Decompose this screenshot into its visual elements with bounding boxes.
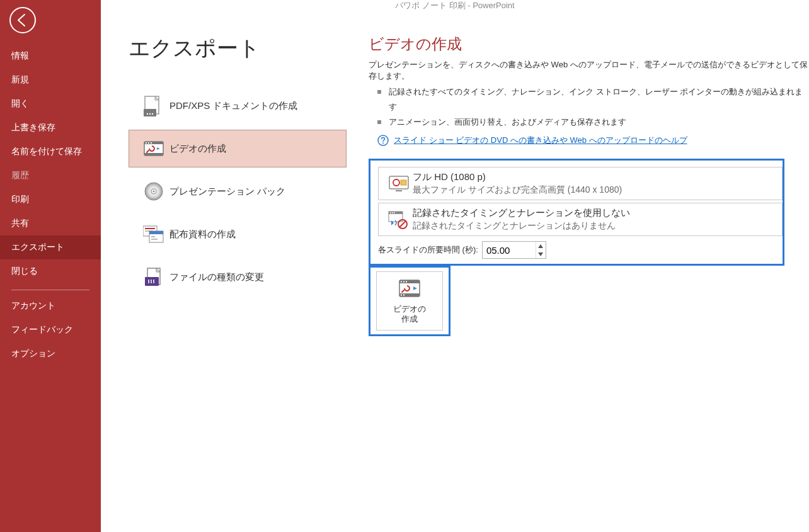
video-settings-highlight: フル HD (1080 p) 最大ファイル サイズおよび完全高画質 (1440 … [369,159,784,266]
svg-rect-8 [144,153,163,156]
svg-point-0 [10,8,35,33]
window-title: パワポ ノート 印刷 - PowerPoint [101,0,809,11]
sidebar-item-feedback[interactable]: フィードバック [0,318,101,342]
export-option-handouts[interactable]: 配布資料の作成 [129,215,347,253]
backstage-sidebar: 情報 新規 開く 上書き保存 名前を付けて保存 履歴 印刷 共有 エクスポート … [0,0,101,532]
monitor-icon [385,175,413,193]
sidebar-item-options[interactable]: オプション [0,342,101,366]
export-option-package[interactable]: プレゼンテーション パック [129,173,347,210]
per-slide-time-label: 各スライドの所要時間 (秒): [378,244,478,256]
timing-narration-dropdown[interactable]: 記録されたタイミングとナレーションを使用しない 記録されたタイミングとナレーショ… [378,203,783,236]
export-option-label: プレゼンテーション パック [169,186,285,198]
help-link[interactable]: スライド ショー ビデオの DVD への書き込みや Web へのアップロードのヘ… [394,135,687,146]
svg-point-5 [152,113,153,115]
svg-rect-11 [151,142,152,144]
create-video-highlight: ビデオの作成 [369,266,450,336]
create-video-button[interactable]: ビデオの作成 [376,271,443,331]
handout-icon [138,225,169,244]
bullet-item: 記録されたすべてのタイミング、ナレーション、インク ストローク、レーザー ポイン… [377,84,809,115]
export-option-create-video[interactable]: ビデオの作成 [129,130,347,167]
main-area: パワポ ノート 印刷 - PowerPoint エクスポート PDF/XPS ド… [101,0,809,532]
spinner-up[interactable] [536,242,546,250]
sidebar-item-open[interactable]: 開く [0,92,101,116]
page-title: エクスポート [129,34,347,63]
timing-title: 記録されたタイミングとナレーションを使用しない [413,207,776,219]
svg-rect-20 [151,236,155,237]
sidebar-item-new[interactable]: 新規 [0,68,101,92]
back-button[interactable] [8,5,38,35]
per-slide-time-input[interactable] [483,245,536,256]
sidebar-item-save-as[interactable]: 名前を付けて保存 [0,140,101,164]
quality-subtitle: 最大ファイル サイズおよび完全高画質 (1440 x 1080) [413,184,776,196]
sidebar-item-history: 履歴 [0,164,101,188]
export-option-label: PDF/XPS ドキュメントの作成 [169,100,297,112]
help-icon [377,135,389,146]
no-narration-icon [385,210,413,229]
bullet-item: アニメーション、画面切り替え、およびメディアも保存されます [377,115,809,130]
feature-bullet-list: 記録されたすべてのタイミング、ナレーション、インク ストローク、レーザー ポイン… [377,84,809,130]
quality-title: フル HD (1080 p) [413,171,776,183]
svg-rect-44 [403,295,404,296]
svg-point-14 [153,191,155,193]
video-quality-dropdown[interactable]: フル HD (1080 p) 最大ファイル サイズおよび完全高画質 (1440 … [378,167,783,200]
svg-rect-29 [401,180,406,185]
per-slide-time-row: 各スライドの所要時間 (秒): [378,241,783,259]
detail-title: ビデオの作成 [369,34,809,54]
svg-rect-2 [144,109,156,116]
svg-rect-39 [399,293,420,297]
svg-rect-23 [145,277,159,286]
help-link-row: スライド ショー ビデオの DVD への書き込みや Web へのアップロードのヘ… [377,135,809,146]
svg-rect-9 [146,142,147,144]
sidebar-divider [11,290,89,290]
video-icon [138,139,169,158]
svg-rect-19 [149,231,163,234]
sidebar-item-export[interactable]: エクスポート [0,235,101,259]
export-detail-column: ビデオの作成 プレゼンテーションを、ディスクへの書き込みや Web へのアップロ… [347,15,809,532]
sidebar-item-info[interactable]: 情報 [0,44,101,68]
svg-rect-38 [399,280,420,283]
svg-rect-7 [144,142,163,144]
cd-icon [138,181,169,201]
export-option-pdf-xps[interactable]: PDF/XPS ドキュメントの作成 [129,87,347,125]
svg-rect-41 [403,281,404,283]
create-video-button-icon [397,278,422,302]
sidebar-item-share[interactable]: 共有 [0,212,101,235]
export-option-label: ビデオの作成 [169,143,226,155]
export-option-label: 配布資料の作成 [169,229,236,241]
export-option-label: ファイルの種類の変更 [169,271,264,283]
svg-rect-10 [148,142,149,144]
sidebar-item-save[interactable]: 上書き保存 [0,116,101,140]
svg-rect-32 [390,212,391,213]
file-type-icon [138,267,169,287]
pdf-xps-icon [138,95,169,116]
export-options-column: エクスポート PDF/XPS ドキュメントの作成 [101,15,347,532]
sidebar-items: 情報 新規 開く 上書き保存 名前を付けて保存 履歴 印刷 共有 エクスポート … [0,44,101,366]
svg-rect-16 [145,228,155,229]
svg-rect-42 [406,281,407,283]
detail-description: プレゼンテーションを、ディスクへの書き込みや Web へのアップロード、電子メー… [369,59,809,82]
spinner-down[interactable] [536,250,546,258]
svg-point-25 [382,142,384,144]
create-video-button-label: ビデオの作成 [393,304,426,324]
sidebar-item-close[interactable]: 閉じる [0,259,101,283]
svg-rect-27 [396,190,402,191]
back-arrow-icon [9,6,37,34]
timing-subtitle: 記録されたタイミングとナレーションはありません [413,220,776,232]
sidebar-item-account[interactable]: アカウント [0,294,101,318]
sidebar-item-print[interactable]: 印刷 [0,188,101,212]
svg-point-3 [147,113,148,115]
export-option-change-file-type[interactable]: ファイルの種類の変更 [129,258,347,296]
svg-rect-43 [401,295,402,296]
per-slide-time-spinner[interactable] [482,241,546,259]
svg-rect-40 [401,281,402,283]
svg-rect-34 [394,212,395,213]
svg-rect-33 [392,212,393,213]
svg-rect-21 [151,239,158,240]
svg-point-4 [149,113,151,115]
